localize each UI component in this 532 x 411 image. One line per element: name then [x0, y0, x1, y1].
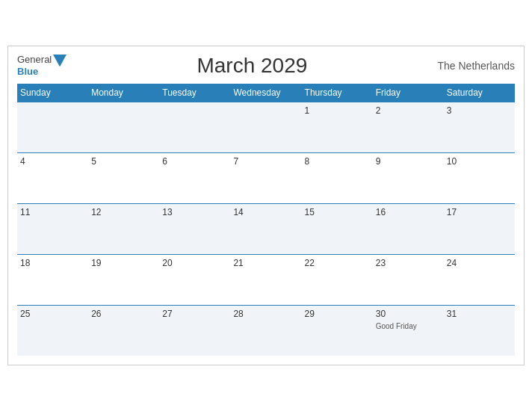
- day-cell: 18: [17, 254, 88, 305]
- day-cell: 30Good Friday: [373, 305, 444, 356]
- day-cell: 28: [230, 305, 301, 356]
- day-number: 18: [20, 258, 85, 268]
- day-number: 12: [91, 207, 156, 217]
- day-number: 29: [305, 309, 370, 319]
- week-row-1: 45678910: [17, 152, 515, 203]
- week-row-3: 18192021222324: [17, 254, 515, 305]
- blank-sunday: [17, 102, 88, 152]
- day-cell: 13: [159, 203, 230, 254]
- day-cell: 11: [17, 203, 88, 254]
- day-number: 2: [376, 105, 441, 116]
- day-number: 19: [91, 258, 156, 268]
- day-cell: 27: [159, 305, 230, 356]
- day-header-wednesday: Wednesday: [230, 84, 301, 102]
- day-header-sunday: Sunday: [17, 84, 88, 102]
- day-cell: 17: [444, 203, 515, 254]
- day-number: 17: [447, 207, 512, 217]
- day-cell: 25: [17, 305, 88, 356]
- day-cell: 21: [230, 254, 301, 305]
- day-cell: 16: [373, 203, 444, 254]
- holiday-label: Good Friday: [376, 322, 417, 330]
- calendar-container: General Blue March 2029 The Netherlands …: [7, 46, 525, 366]
- week-row-0: 123: [17, 102, 515, 152]
- logo: General Blue: [17, 54, 66, 77]
- day-number: 5: [91, 156, 156, 167]
- day-number: 21: [233, 258, 298, 268]
- day-header-tuesday: Tuesday: [159, 84, 230, 102]
- day-header-friday: Friday: [373, 84, 444, 102]
- month-title: March 2029: [197, 54, 307, 78]
- logo-text: General Blue: [17, 54, 52, 77]
- day-number: 9: [376, 156, 441, 167]
- day-cell: 8: [302, 152, 373, 203]
- day-cell: 14: [230, 203, 301, 254]
- calendar-table: SundayMondayTuesdayWednesdayThursdayFrid…: [17, 84, 515, 356]
- calendar-header: General Blue March 2029 The Netherlands: [17, 54, 515, 78]
- week-row-2: 11121314151617: [17, 203, 515, 254]
- day-number: 28: [233, 309, 298, 319]
- day-cell: 26: [88, 305, 159, 356]
- day-header-monday: Monday: [88, 84, 159, 102]
- day-number: 6: [162, 156, 227, 167]
- logo-blue: Blue: [17, 66, 52, 78]
- day-number: 26: [91, 309, 156, 319]
- day-number: 8: [305, 156, 370, 167]
- day-cell: [159, 102, 230, 152]
- day-number: 1: [305, 105, 370, 116]
- day-number: 14: [233, 207, 298, 217]
- day-cell: 19: [88, 254, 159, 305]
- day-number: 25: [20, 309, 85, 319]
- days-header-row: SundayMondayTuesdayWednesdayThursdayFrid…: [17, 84, 515, 102]
- day-number: 30: [376, 309, 441, 319]
- day-header-thursday: Thursday: [302, 84, 373, 102]
- day-cell: 7: [230, 152, 301, 203]
- day-number: 16: [376, 207, 441, 217]
- day-cell: 12: [88, 203, 159, 254]
- day-cell: 3: [444, 102, 515, 152]
- svg-marker-0: [53, 55, 66, 67]
- day-cell: 1: [302, 102, 373, 152]
- day-number: 7: [233, 156, 298, 167]
- day-number: 15: [305, 207, 370, 217]
- day-number: 10: [447, 156, 512, 167]
- day-number: 27: [162, 309, 227, 319]
- day-cell: 15: [302, 203, 373, 254]
- week-row-4: 252627282930Good Friday31: [17, 305, 515, 356]
- day-cell: 20: [159, 254, 230, 305]
- day-number: 4: [20, 156, 85, 167]
- logo-general: General: [17, 54, 52, 66]
- day-header-saturday: Saturday: [444, 84, 515, 102]
- day-cell: 9: [373, 152, 444, 203]
- day-cell: 22: [302, 254, 373, 305]
- day-cell: 29: [302, 305, 373, 356]
- day-number: 22: [305, 258, 370, 268]
- day-cell: 6: [159, 152, 230, 203]
- day-cell: 5: [88, 152, 159, 203]
- calendar-thead: SundayMondayTuesdayWednesdayThursdayFrid…: [17, 84, 515, 102]
- day-number: 24: [447, 258, 512, 268]
- country-label: The Netherlands: [437, 60, 515, 72]
- day-number: 3: [447, 105, 512, 116]
- day-cell: 2: [373, 102, 444, 152]
- day-number: 13: [162, 207, 227, 217]
- calendar-tbody: 1234567891011121314151617181920212223242…: [17, 102, 515, 356]
- day-cell: [88, 102, 159, 152]
- day-number: 31: [447, 309, 512, 319]
- logo-icon: [53, 55, 66, 68]
- day-number: 23: [376, 258, 441, 268]
- day-number: 20: [162, 258, 227, 268]
- day-cell: 23: [373, 254, 444, 305]
- day-cell: 31: [444, 305, 515, 356]
- day-cell: 24: [444, 254, 515, 305]
- day-number: 11: [20, 207, 85, 217]
- day-cell: 4: [17, 152, 88, 203]
- day-cell: 10: [444, 152, 515, 203]
- day-cell: [230, 102, 301, 152]
